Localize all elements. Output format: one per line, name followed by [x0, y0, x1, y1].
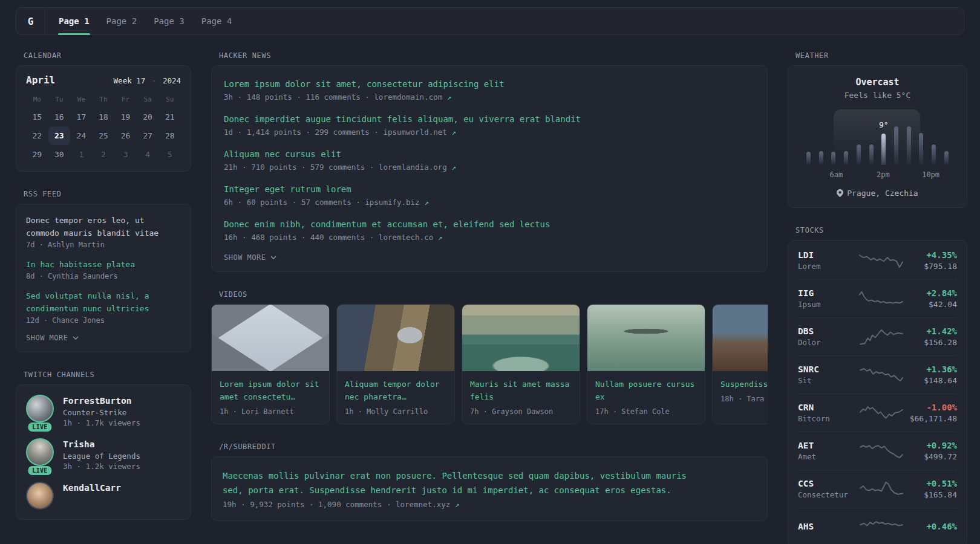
calendar-section-label: CALENDAR — [24, 51, 191, 60]
video-card[interactable]: Aliquam tempor dolor nec pharetra… 1h · … — [336, 304, 455, 424]
video-card[interactable]: Suspendisse diam 18h · Tara — [712, 304, 768, 424]
stocks-section-label: STOCKS — [795, 226, 967, 235]
tab-page-2[interactable]: Page 2 — [106, 8, 137, 34]
video-thumbnail[interactable] — [212, 305, 329, 371]
calendar-day[interactable]: 24 — [70, 126, 93, 145]
stock-row[interactable]: LDI Lorem +4.35% $795.18 — [798, 241, 957, 279]
reddit-post-title[interactable]: Maecenas mollis pulvinar erat non posuer… — [223, 468, 704, 497]
streamer-avatar-image — [26, 482, 54, 510]
calendar-day[interactable]: 19 — [114, 108, 137, 126]
hn-meta-text: 6h · 60 points · 57 comments · ipsumify.… — [224, 198, 420, 207]
stock-name: Amet — [798, 452, 856, 461]
reddit-post-meta: 19h · 9,932 points · 1,090 comments · lo… — [223, 500, 756, 509]
calendar-day[interactable]: 15 — [26, 108, 48, 126]
twitch-channel-row[interactable]: LIVE ForrestBurton Counter-Strike 1h · 1… — [26, 395, 181, 427]
stock-name: Sit — [798, 376, 856, 385]
twitch-channel-row[interactable]: LIVE Trisha League of Legends 3h · 1.2k … — [26, 438, 181, 471]
tab-page-4[interactable]: Page 4 — [201, 8, 232, 34]
external-link-icon[interactable]: ↗ — [451, 128, 456, 137]
reddit-section: /R/SUBREDDIT Maecenas mollis pulvinar er… — [211, 442, 768, 521]
video-thumbnail[interactable] — [713, 305, 768, 371]
weekday-label: Mo — [26, 94, 48, 106]
external-link-icon[interactable]: ↗ — [438, 233, 443, 242]
rss-show-more-button[interactable]: SHOW MORE — [26, 334, 181, 342]
hour-label: 6am — [830, 170, 843, 179]
rss-item-title[interactable]: Donec tempor eros leo, ut commodo mauris… — [26, 214, 181, 239]
calendar-day[interactable]: 30 — [48, 145, 71, 164]
stock-row[interactable]: AHS +0.46% — [798, 508, 957, 544]
calendar-day[interactable]: 2 — [93, 145, 115, 164]
rss-item-title[interactable]: Sed volutpat nulla nisl, a condimentum n… — [26, 290, 181, 315]
calendar-day[interactable]: 17 — [70, 108, 93, 126]
stock-sparkline — [856, 518, 907, 536]
video-card-body: Aliquam tempor dolor nec pharetra… 1h · … — [337, 371, 454, 424]
calendar-day[interactable]: 27 — [137, 126, 159, 145]
calendar-day[interactable]: 28 — [158, 126, 181, 145]
video-card[interactable]: Lorem ipsum dolor sit amet consectetu… 1… — [211, 304, 330, 424]
twitch-channel-info: KendallCarr — [63, 482, 121, 510]
stock-row[interactable]: IIG Ipsum +2.84% $42.04 — [798, 279, 957, 317]
calendar-day[interactable]: 21 — [158, 108, 181, 126]
calendar-day[interactable]: 3 — [114, 145, 137, 164]
stock-row[interactable]: AET Amet +0.92% $499.72 — [798, 432, 957, 470]
stock-ticker: IIG — [798, 288, 856, 298]
calendar-day[interactable]: 26 — [114, 126, 137, 145]
stock-change-percent: +2.84% — [926, 288, 957, 298]
stocks-widget: LDI Lorem +4.35% $795.18 IIG Ipsum — [788, 240, 967, 544]
video-thumbnail[interactable] — [587, 305, 705, 371]
hn-item-title[interactable]: Integer eget rutrum lorem — [224, 183, 755, 195]
hn-meta-text: 1d · 1,414 points · 299 comments · ipsum… — [224, 128, 447, 137]
tab-page-1[interactable]: Page 1 — [59, 8, 90, 34]
app-logo[interactable]: G — [16, 8, 45, 34]
calendar-day[interactable]: 18 — [93, 108, 115, 126]
video-title[interactable]: Lorem ipsum dolor sit amet consectetu… — [220, 378, 321, 403]
twitch-channel-row[interactable]: KendallCarr — [26, 482, 181, 510]
navbar: G Page 1 Page 2 Page 3 Page 4 — [16, 7, 964, 35]
hn-item-title[interactable]: Donec imperdiet augue tincidunt felis al… — [224, 113, 755, 125]
weather-location: Prague, Czechia — [798, 189, 957, 198]
calendar-day[interactable]: 23 — [48, 126, 71, 145]
external-link-icon[interactable]: ↗ — [424, 198, 429, 207]
calendar-day[interactable]: 4 — [137, 145, 159, 164]
streamer-name[interactable]: ForrestBurton — [63, 395, 140, 407]
stock-row[interactable]: CRN Bitcorn -1.00% $66,171.48 — [798, 393, 957, 432]
stock-row[interactable]: CCS Consectetur +0.51% $165.84 — [798, 470, 957, 508]
stock-sparkline — [856, 290, 907, 308]
video-title[interactable]: Mauris sit amet massa felis — [470, 378, 572, 403]
show-more-label: SHOW MORE — [26, 334, 68, 342]
hn-item: Donec enim nibh, condimentum et accumsan… — [224, 218, 755, 242]
hn-item-title[interactable]: Donec enim nibh, condimentum et accumsan… — [224, 218, 755, 230]
calendar-day[interactable]: 1 — [70, 145, 93, 164]
streamer-name[interactable]: KendallCarr — [63, 482, 121, 494]
external-link-icon[interactable]: ↗ — [455, 500, 460, 509]
tab-page-3[interactable]: Page 3 — [154, 8, 185, 34]
stock-values: +0.51% $165.84 — [924, 479, 957, 499]
videos-section: VIDEOS Lorem ipsum dolor sit amet consec… — [211, 290, 768, 424]
calendar-day[interactable]: 16 — [48, 108, 71, 126]
stock-row[interactable]: DBS Dolor +1.42% $156.28 — [798, 317, 957, 355]
video-card[interactable]: Mauris sit amet massa felis 7h · Grayson… — [462, 304, 580, 424]
video-title[interactable]: Suspendisse diam — [720, 378, 768, 390]
calendar-day[interactable]: 22 — [26, 126, 48, 145]
calendar-day[interactable]: 25 — [93, 126, 115, 145]
calendar-day[interactable]: 5 — [158, 145, 181, 164]
hn-show-more-button[interactable]: SHOW MORE — [224, 253, 755, 262]
stock-row[interactable]: SNRC Sit +1.36% $148.64 — [798, 355, 957, 393]
stock-values: +1.42% $156.28 — [924, 326, 957, 347]
video-thumbnail[interactable] — [462, 305, 580, 371]
hn-item-title[interactable]: Aliquam nec cursus elit — [224, 148, 755, 160]
video-title[interactable]: Aliquam tempor dolor nec pharetra… — [345, 378, 446, 403]
streamer-name[interactable]: Trisha — [63, 438, 140, 450]
stocks-section: STOCKS LDI Lorem +4.35% $795.18 IIG — [788, 226, 967, 544]
video-card[interactable]: Nullam posuere cursus ex 17h · Stefan Co… — [587, 304, 705, 424]
calendar-day[interactable]: 20 — [137, 108, 159, 126]
rss-item-title[interactable]: In hac habitasse platea — [26, 258, 181, 271]
hn-item-title[interactable]: Lorem ipsum dolor sit amet, consectetur … — [224, 78, 755, 90]
left-column: CALENDAR April Week 17 · 2024 Mo Tu We T… — [16, 51, 191, 520]
external-link-icon[interactable]: ↗ — [447, 92, 452, 102]
external-link-icon[interactable]: ↗ — [451, 163, 456, 172]
stream-game: Counter-Strike — [63, 408, 140, 417]
video-title[interactable]: Nullam posuere cursus ex — [595, 378, 697, 403]
video-thumbnail[interactable] — [337, 305, 454, 371]
calendar-day[interactable]: 29 — [26, 145, 48, 164]
